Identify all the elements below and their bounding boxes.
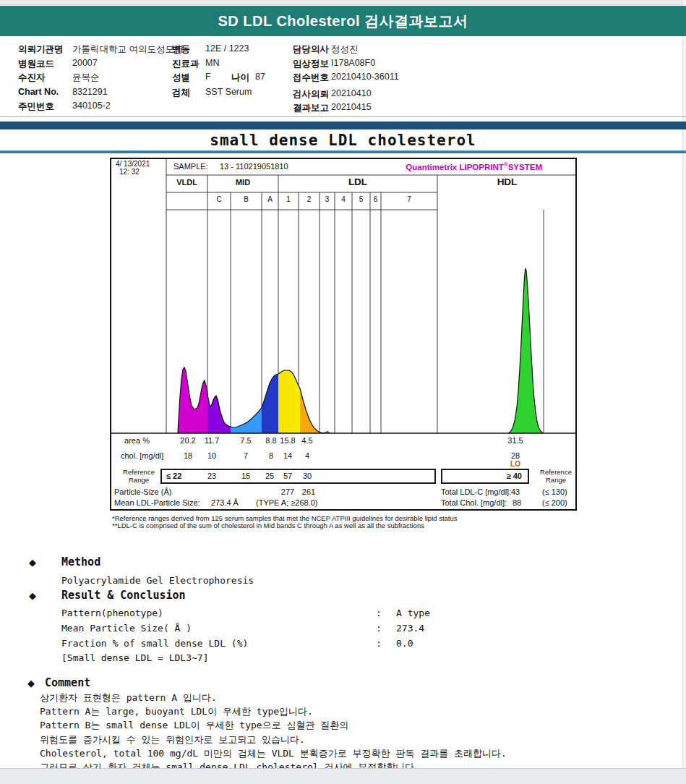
result-heading: Result & Conclusion xyxy=(61,589,186,602)
hospital-code-value: 20007 xyxy=(72,58,98,68)
diamond-icon: ◆ xyxy=(29,557,36,568)
total-ldl-c-label: Total LDL-C [mg/dl]: xyxy=(441,487,511,496)
result-row-label: Pattern(phenotype) xyxy=(61,608,163,618)
mean-ldl-particle-label: Mean LDL-Particle Size: xyxy=(114,498,200,507)
chol-mid-b: 7 xyxy=(231,451,260,460)
subband-mid-a: A xyxy=(262,195,278,203)
comment-line: Pattern A는 large, buoyant LDL이 우세한 type입… xyxy=(40,704,507,718)
mid-b-fraction-fill xyxy=(231,408,262,433)
scan-date: 4/ 13/2021 xyxy=(116,160,150,168)
area-mid-b: 7.5 xyxy=(231,436,260,445)
age-value: 87 xyxy=(255,72,265,82)
report-title: SD LDL Cholesterol 검사결과보고서 xyxy=(218,12,468,31)
chol-mid-c: 10 xyxy=(197,451,226,460)
ldl1-fraction-fill xyxy=(278,370,300,433)
area-hdl: 31.5 xyxy=(501,436,530,445)
section-title: small dense LDL cholesterol xyxy=(0,132,686,149)
particle-size-label: Particle-Size (Å) xyxy=(114,487,171,496)
result-report-value: 20210415 xyxy=(331,102,372,112)
chol-ldl2: 4 xyxy=(293,451,322,460)
result-row-colon: : xyxy=(376,638,382,649)
section-divider-bar xyxy=(0,122,686,129)
result-row-value: A type xyxy=(396,608,430,618)
test-request-label: 검사의뢰 xyxy=(293,88,329,101)
result-note: [Small dense LDL = LDL3~7] xyxy=(61,652,209,663)
specimen-label: 검체 xyxy=(172,87,190,99)
band-vldl: VLDL xyxy=(166,178,207,187)
brand-name: Quantimetrix LIPOPRINT xyxy=(406,163,503,171)
band-mid: MID xyxy=(207,178,278,187)
lipoprint-chart-panel: 4/ 13/2021 12: 32 SAMPLE: 13 - 110219051… xyxy=(110,158,577,511)
sample-id: 13 - 110219051810 xyxy=(220,162,288,171)
age-label: 나이 xyxy=(231,72,249,84)
subband-ldl-6: 6 xyxy=(370,195,381,203)
report-window: { "window": { "title": "SD LDL Cholester… xyxy=(0,0,686,784)
ref-hdl: ≥ 40 xyxy=(441,472,522,480)
particle-size-ldl2: 261 xyxy=(294,487,323,496)
subband-ldl-5: 5 xyxy=(352,195,370,203)
band-hdl: HDL xyxy=(437,176,577,187)
hospital-code-label: 병원코드 xyxy=(18,58,54,70)
result-row-value: 0.0 xyxy=(396,638,413,649)
result-report-label: 결과보고 xyxy=(293,102,329,114)
resident-id-value: 340105-2 xyxy=(72,101,111,111)
receipt-no-label: 접수번호 xyxy=(293,72,329,84)
total-chol-label: Total Chol. [mg/dl]: xyxy=(441,498,507,507)
comment-body: 상기환자 표현형은 pattern A 입니다. Pattern A는 larg… xyxy=(40,691,507,774)
comment-heading: Comment xyxy=(45,676,90,689)
total-chol-value: 88 xyxy=(506,498,528,507)
org-label: 의뢰기관명 xyxy=(18,43,64,56)
total-ldl-c-value: 43 xyxy=(505,487,526,496)
area-mid-c: 11.7 xyxy=(197,436,226,445)
ref-vldl: ≤ 22 xyxy=(166,472,181,480)
window-chrome-top xyxy=(0,0,686,5)
mean-ldl-particle-type: (TYPE A; ≥268.0) xyxy=(256,498,318,507)
mid-c-fraction-fill xyxy=(207,394,231,433)
diamond-icon: ◆ xyxy=(29,590,36,601)
subband-mid-c: C xyxy=(207,195,231,203)
ref-ldl2: 30 xyxy=(293,472,322,480)
vldl-fraction-fill xyxy=(178,367,207,433)
ref-mid-c: 23 xyxy=(197,472,226,480)
test-request-value: 20210410 xyxy=(331,88,372,98)
area-row-label: area % xyxy=(117,436,157,445)
result-row-colon: : xyxy=(376,623,382,634)
comment-line: Cholesterol, total 100 mg/dL 미만의 검체는 VLD… xyxy=(40,746,507,760)
area-ldl2: 4.5 xyxy=(293,436,322,445)
hdl-low-flag: LO xyxy=(501,460,530,468)
divider-line xyxy=(0,116,686,117)
result-row-colon: : xyxy=(376,608,382,618)
subband-ldl-3: 3 xyxy=(320,195,335,203)
subband-ldl-4: 4 xyxy=(335,195,352,203)
subband-ldl-7: 7 xyxy=(381,195,437,203)
report-title-bar: SD LDL Cholesterol 검사결과보고서 xyxy=(0,6,686,36)
chol-hdl: 28 xyxy=(501,451,530,460)
result-row-label: Mean Particle Size( Å ) xyxy=(61,623,192,634)
total-chol-ref: (≤ 200) xyxy=(542,498,567,507)
hdl-fraction-fill xyxy=(508,268,544,433)
ref-range-label-right-bottom: Range xyxy=(535,476,577,484)
specimen-value: SST Serum xyxy=(205,87,252,97)
clinical-info-value: I178A08F0 xyxy=(331,58,375,68)
window-chrome-right xyxy=(682,0,686,784)
sex-label: 성별 xyxy=(172,72,190,84)
curve-outlines xyxy=(178,268,544,433)
doctor-label: 담당의사 xyxy=(293,43,329,56)
section-title-underline xyxy=(0,150,686,153)
clinical-info-label: 임상정보 xyxy=(293,58,329,70)
patient-name-label: 수진자 xyxy=(18,72,46,84)
subband-ldl-2: 2 xyxy=(299,195,320,203)
resident-id-label: 주민번호 xyxy=(18,101,54,113)
chart-no-value: 8321291 xyxy=(72,87,108,97)
total-ldl-c-ref: (≤ 130) xyxy=(542,487,567,496)
comment-line: 위험도를 증가시킬 수 있는 위험인자로 보고되고 있습니다. xyxy=(40,733,507,746)
department-value: MN xyxy=(205,58,219,68)
result-row-value: 273.4 xyxy=(396,623,424,634)
ref-range-label-left-bottom: Range xyxy=(117,476,160,484)
scan-time: 12: 32 xyxy=(119,168,140,176)
department-label: 진료과 xyxy=(172,58,200,70)
footnote-2: **LDL-C is comprised of the sum of chole… xyxy=(112,521,618,529)
sex-value: F xyxy=(205,72,211,82)
receipt-no-value: 20210410-36011 xyxy=(331,72,399,82)
patient-name-value: 윤복순 xyxy=(72,72,100,84)
